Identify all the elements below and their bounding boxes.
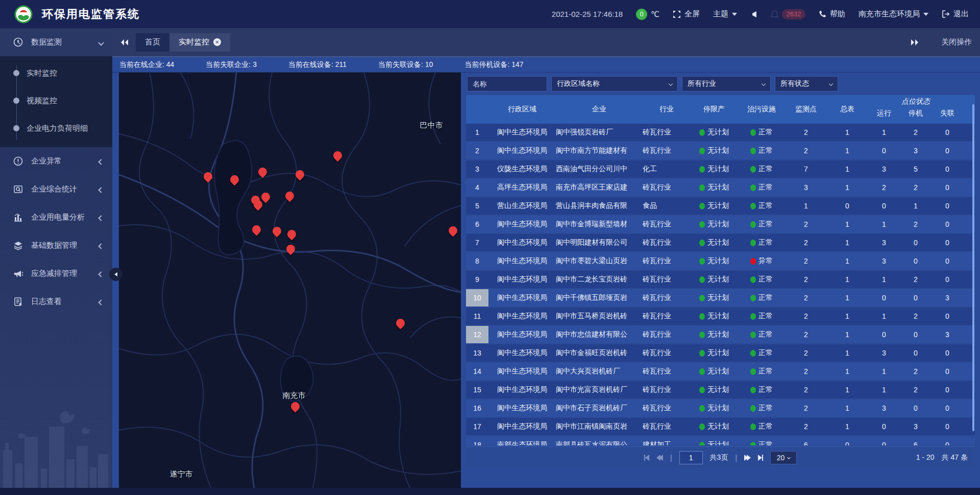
- last-page-button[interactable]: [758, 455, 763, 461]
- table-row[interactable]: 7阆中生态环境局阆中明阳建材有限公司砖瓦行业无计划正常21300: [466, 234, 975, 251]
- sidebar-group-5[interactable]: 日志查看: [0, 288, 112, 316]
- sidebar-group-4[interactable]: 应急减排管理: [0, 260, 112, 288]
- sidebar-collapse-button[interactable]: [109, 268, 122, 281]
- close-operations-button[interactable]: 关闭操作: [941, 37, 972, 47]
- first-page-button[interactable]: [644, 455, 649, 461]
- sidebar-group-0[interactable]: 企业异常: [0, 147, 112, 175]
- sidebar-group-3[interactable]: 基础数据管理: [0, 231, 112, 260]
- table-row[interactable]: 14阆中生态环境局阆中大兴页岩机砖厂砖瓦行业无计划正常21120: [466, 363, 975, 380]
- status-dot-icon: [699, 332, 705, 338]
- cell-monitor-points: 7: [786, 160, 826, 178]
- layers-icon: [13, 241, 23, 250]
- status-filter-select[interactable]: 所有状态: [775, 76, 838, 91]
- table-row[interactable]: 16阆中生态环境局阆中市石子页岩机砖厂砖瓦行业无计划正常21300: [466, 399, 975, 417]
- status-dot-icon: [699, 350, 705, 357]
- sidebar-group-1[interactable]: 企业综合统计: [0, 175, 112, 203]
- tabs-scroll-right-button[interactable]: [911, 39, 919, 46]
- cell-plan: 无计划: [691, 326, 738, 343]
- logout-label: 退出: [953, 9, 969, 19]
- map-panel[interactable]: 巴中市南充市遂宁市: [119, 73, 461, 488]
- cell-stopped: 0: [900, 252, 932, 270]
- cell-facility-status: 正常: [738, 308, 786, 325]
- temperature-value: 0: [636, 9, 647, 20]
- cell-industry: 砖瓦行业: [643, 363, 691, 380]
- stat-value: 10: [425, 60, 433, 68]
- cell-stopped: 2: [900, 308, 932, 325]
- stat-item-0: 当前在线企业: 44: [119, 60, 174, 69]
- cell-plan: 无计划: [691, 160, 738, 178]
- cell-facility-status: 正常: [738, 289, 786, 307]
- page-number-input[interactable]: [679, 451, 703, 464]
- tab-home[interactable]: 首页: [136, 33, 169, 52]
- cell-running: 0: [868, 436, 900, 445]
- help-button[interactable]: 帮助: [819, 9, 845, 19]
- timeline-dot-icon: [13, 125, 19, 131]
- chevron-left-icon: [98, 243, 104, 249]
- logout-button[interactable]: 退出: [942, 9, 969, 19]
- cell-facility-status: 正常: [738, 216, 786, 233]
- cell-region: 阆中生态环境局: [488, 344, 556, 362]
- cell-lost: 0: [932, 418, 963, 435]
- sidebar-subitem-2[interactable]: 企业电力负荷明细: [0, 114, 112, 142]
- gauge-icon: [13, 37, 23, 47]
- theme-dropdown[interactable]: 主题: [713, 9, 737, 19]
- sidebar-group-data-monitor[interactable]: 数据监测: [0, 28, 112, 56]
- fullscreen-button[interactable]: 全屏: [673, 9, 700, 19]
- stat-label: 当前在线企业:: [119, 60, 164, 68]
- table-row[interactable]: 4高坪生态环境局南充市高坪区王家店建砖瓦行业无计划正常31220: [466, 179, 975, 196]
- table-row[interactable]: 11阆中生态环境局阆中市五马桥页岩机砖砖瓦行业无计划正常21120: [466, 308, 975, 325]
- app-title: 环保用电监管系统: [42, 7, 140, 22]
- help-label: 帮助: [830, 9, 845, 19]
- sidebar-group-2[interactable]: 企业用电量分析: [0, 203, 112, 231]
- total-pages-label: 共3页: [710, 453, 728, 462]
- cell-index: 4: [466, 179, 488, 196]
- sub-column-header-0: 运行: [868, 108, 900, 124]
- status-dot-icon: [750, 350, 756, 357]
- industry-filter-select[interactable]: 所有行业: [682, 76, 771, 91]
- table-row[interactable]: 15阆中生态环境局阆中市光富页岩机砖厂砖瓦行业无计划正常21120: [466, 381, 975, 398]
- status-dot-icon: [750, 442, 756, 446]
- fullscreen-icon: [673, 10, 681, 18]
- sidebar-subitem-0[interactable]: 实时监控: [0, 59, 112, 87]
- cell-monitor-points: 2: [786, 381, 826, 398]
- table-row[interactable]: 17阆中生态环境局阆中市江南镇阆南页岩砖瓦行业无计划正常21030: [466, 418, 975, 435]
- table-row[interactable]: 9阆中生态环境局阆中市二龙长宝页岩砖砖瓦行业无计划正常21120: [466, 271, 975, 288]
- name-filter-field[interactable]: [467, 76, 547, 91]
- pager-divider: |: [735, 454, 737, 462]
- tab-realtime-monitor[interactable]: 实时监控 ✕: [169, 33, 230, 52]
- cell-total-meters: 0: [826, 197, 868, 215]
- cell-running: 1: [868, 381, 900, 398]
- name-filter-input[interactable]: [473, 80, 542, 88]
- org-dropdown[interactable]: 南充市生态环境局: [859, 9, 928, 19]
- region-filter-select[interactable]: 行政区域名称: [551, 76, 678, 91]
- table-row[interactable]: 1阆中生态环境局阆中强锐页岩砖厂砖瓦行业无计划正常21120: [466, 124, 975, 141]
- table-row[interactable]: 18南部生态环境局南部县砖瓦水泥有限公建材加工无计划正常60060: [466, 436, 975, 445]
- table-row[interactable]: 2阆中生态环境局阆中市南方节能建材有砖瓦行业无计划正常21030: [466, 142, 975, 159]
- cell-lost: 0: [932, 436, 963, 445]
- notifications-button[interactable]: 2632: [771, 9, 805, 19]
- sidebar-subitem-1[interactable]: 视频监控: [0, 87, 112, 114]
- cell-plan: 无计划: [691, 289, 738, 307]
- cell-index: 10: [466, 289, 488, 307]
- page-size-select[interactable]: 20: [770, 451, 797, 464]
- next-page-button[interactable]: [744, 455, 751, 461]
- table-row[interactable]: 5营山生态环境局营山县润丰肉食品有限食品无计划正常10010: [466, 197, 975, 215]
- cell-region: 阆中生态环境局: [488, 124, 556, 141]
- stat-item-2: 当前在线设备: 211: [288, 60, 347, 69]
- prev-page-button[interactable]: [656, 455, 663, 461]
- cell-running: 1: [868, 363, 900, 380]
- table-row[interactable]: 10阆中生态环境局阆中千佛镇五郎垭页岩砖瓦行业无计划正常21003: [466, 289, 975, 307]
- table-row[interactable]: 13阆中生态环境局阆中市金福旺页岩机砖砖瓦行业无计划正常21300: [466, 344, 975, 362]
- table-row[interactable]: 3仪陇生态环境局西南油气田分公司川中化工无计划正常71350: [466, 160, 975, 178]
- cell-monitor-points: 2: [786, 271, 826, 288]
- table-row[interactable]: 6阆中生态环境局阆中市金博瑞新型墙材砖瓦行业无计划正常21120: [466, 216, 975, 233]
- chevron-down-icon: [732, 13, 737, 16]
- table-row[interactable]: 12阆中生态环境局阆中市忠信建材有限公砖瓦行业无计划正常21003: [466, 326, 975, 343]
- table-scrollbar[interactable]: [972, 104, 974, 431]
- table-body: 1阆中生态环境局阆中强锐页岩砖厂砖瓦行业无计划正常211202阆中生态环境局阆中…: [466, 124, 975, 445]
- tabs-scroll-left-button[interactable]: [120, 39, 129, 46]
- cell-company: 阆中市石子页岩机砖厂: [556, 399, 643, 417]
- table-row[interactable]: 8阆中生态环境局阆中市枣碧大梁山页岩砖瓦行业无计划异常21300: [466, 252, 975, 270]
- tab-close-icon[interactable]: ✕: [213, 38, 221, 46]
- mute-speaker-button[interactable]: [750, 11, 757, 18]
